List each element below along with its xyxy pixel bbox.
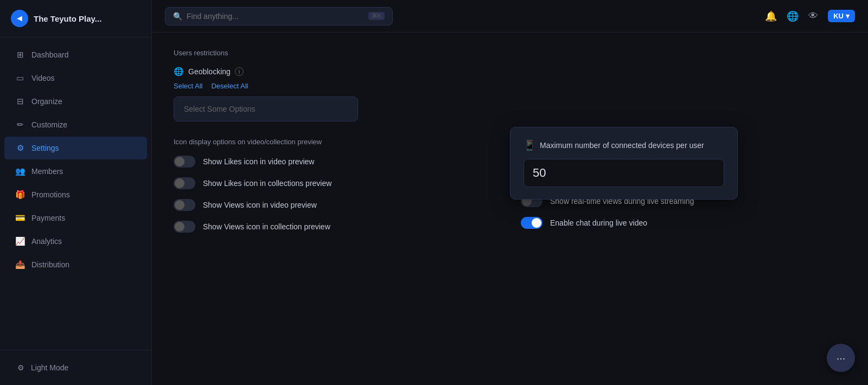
icon-section-title: Icon display options on video/collection… [174,138,499,146]
toggle-row-likes-video: Show Likes icon in video preview [174,156,499,168]
search-shortcut: ⌘K [368,12,385,20]
max-devices-popup: 📱 Maximum number of connected devices pe… [510,127,738,200]
toggle-chat-live[interactable] [521,217,542,229]
chat-bubble[interactable]: ··· [827,344,855,372]
light-mode-icon: ⚙ [17,363,24,372]
toggle-likes-video[interactable] [174,156,195,168]
sidebar-footer: ⚙ Light Mode [0,350,151,385]
user-badge[interactable]: KU ▾ [828,10,855,22]
sidebar-item-customize[interactable]: ✏ Customize [4,113,147,136]
members-icon: 👥 [15,166,25,176]
light-mode-label: Light Mode [31,363,68,372]
search-icon: 🔍 [173,12,182,21]
toggle-knob-views-video [175,200,184,210]
topbar-icons: 🔔 🌐 👁 KU ▾ [765,10,855,22]
toggle-label-likes-collections: Show Likes icon in collections preview [203,179,331,188]
sidebar-label-analytics: Analytics [31,237,62,246]
toggle-knob-views-collection [175,222,184,232]
videos-icon: ▭ [15,73,25,83]
sidebar-label-members: Members [31,167,63,176]
geoblocking-label: Geoblocking [188,67,231,76]
toggle-row-views-video: Show Views icon in video preview [174,199,499,211]
sidebar-item-organize[interactable]: ⊟ Organize [4,90,147,113]
toggle-label-views-collection: Show Views icon in collection preview [203,222,330,231]
chat-icon: ··· [837,352,846,364]
toggle-knob-chat-live [532,218,541,228]
sidebar: ◄ The Teyuto Play... ⊞ Dashboard ▭ Video… [0,0,152,385]
toggle-label-likes-video: Show Likes icon in video preview [203,157,314,166]
app-title: The Teyuto Play... [34,14,101,23]
user-chevron: ▾ [846,12,850,20]
sidebar-label-customize: Customize [31,120,67,129]
two-col-section: Icon display options on video/collection… [174,138,846,242]
toggle-knob-likes-collections [175,178,184,188]
sidebar-item-members[interactable]: 👥 Members [4,160,147,183]
sidebar-item-promotions[interactable]: 🎁 Promotions [4,183,147,206]
globe-icon-geo: 🌐 [174,67,184,76]
select-options-box[interactable]: Select Some Options [174,97,358,121]
left-col: Icon display options on video/collection… [174,138,499,242]
toggle-label-chat-live: Enable chat during live video [550,219,647,227]
promotions-icon: 🎁 [15,190,25,200]
analytics-icon: 📈 [15,236,25,246]
globe-icon[interactable]: 🌐 [787,10,799,22]
popup-title: 📱 Maximum number of connected devices pe… [524,139,724,151]
toggle-knob-likes-video [175,157,184,166]
topbar: 🔍 ⌘K 🔔 🌐 👁 KU ▾ [152,0,868,33]
sidebar-label-distribution: Distribution [31,260,69,269]
dashboard-icon: ⊞ [15,50,25,60]
sidebar-nav: ⊞ Dashboard ▭ Videos ⊟ Organize ✏ Custom… [0,37,151,350]
sidebar-label-videos: Videos [31,74,55,82]
sidebar-item-distribution[interactable]: 📤 Distribution [4,253,147,276]
toggles-right-live-container: Show real-time views during live streami… [521,195,846,229]
sidebar-label-organize: Organize [31,97,62,106]
toggle-row-views-collection: Show Views icon in collection preview [174,221,499,233]
toggles-left-container: Show Likes icon in video preview Show Li… [174,156,499,233]
bell-icon[interactable]: 🔔 [765,10,777,22]
deselect-all-link[interactable]: Deselect All [211,82,248,90]
sidebar-label-promotions: Promotions [31,190,70,199]
links-row: Select All Deselect All [174,82,846,90]
select-options-placeholder: Select Some Options [184,105,256,113]
app-logo: ◄ [11,10,28,27]
sidebar-item-settings[interactable]: ⚙ Settings [4,137,147,159]
sidebar-label-payments: Payments [31,214,65,222]
search-bar[interactable]: 🔍 ⌘K [165,7,393,25]
sidebar-item-analytics[interactable]: 📈 Analytics [4,230,147,253]
search-input[interactable] [187,12,364,21]
popup-title-text: Maximum number of connected devices per … [540,141,704,150]
toggle-views-collection[interactable] [174,221,195,233]
max-devices-input[interactable] [524,159,724,187]
toggle-label-views-video: Show Views icon in video preview [203,201,317,209]
sidebar-item-dashboard[interactable]: ⊞ Dashboard [4,43,147,66]
sidebar-header: ◄ The Teyuto Play... [0,0,151,37]
sidebar-label-settings: Settings [31,144,59,152]
customize-icon: ✏ [15,120,25,130]
sidebar-item-light-mode[interactable]: ⚙ Light Mode [11,358,141,377]
distribution-icon: 📤 [15,260,25,270]
toggle-row-likes-collections: Show Likes icon in collections preview [174,177,499,189]
toggle-views-video[interactable] [174,199,195,211]
sidebar-label-dashboard: Dashboard [31,50,69,59]
geoblocking-row: 🌐 Geoblocking i [174,67,846,76]
sidebar-item-payments[interactable]: 💳 Payments [4,207,147,229]
main-content: Users restrictions 🌐 Geoblocking i Selec… [152,33,868,385]
select-all-link[interactable]: Select All [174,82,202,90]
organize-icon: ⊟ [15,97,25,106]
eye-icon[interactable]: 👁 [808,10,818,22]
toggle-likes-collections[interactable] [174,177,195,189]
payments-icon: 💳 [15,213,25,223]
users-restrictions-label: Users restrictions [174,49,846,57]
info-icon[interactable]: i [235,67,244,76]
device-icon: 📱 [524,139,535,151]
sidebar-item-videos[interactable]: ▭ Videos [4,67,147,89]
toggle-row-chat-live: Enable chat during live video [521,217,846,229]
user-initials: KU [833,12,844,20]
settings-icon: ⚙ [15,143,25,153]
